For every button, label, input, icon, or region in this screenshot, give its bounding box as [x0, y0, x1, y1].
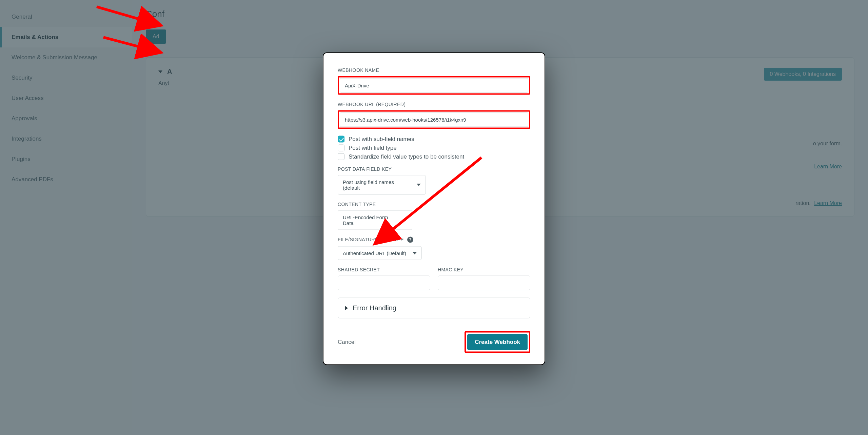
annotation-highlight-url: [338, 110, 530, 129]
content-type-label: CONTENT TYPE: [338, 202, 530, 207]
checkbox-row-fieldtype[interactable]: Post with field type: [338, 145, 530, 151]
hmac-key-label: HMAC KEY: [438, 267, 530, 272]
webhook-name-input[interactable]: [340, 78, 528, 93]
post-data-field-key-select[interactable]: Post using field names (default: [338, 175, 426, 195]
checkbox-icon: [338, 145, 344, 151]
checkbox-icon: [338, 136, 344, 143]
annotation-highlight-name: [338, 76, 530, 95]
checkbox-row-standardize[interactable]: Standardize field value types to be cons…: [338, 153, 530, 160]
checkbox-label: Standardize field value types to be cons…: [349, 153, 464, 160]
annotation-highlight-create: Create Webhook: [465, 331, 530, 353]
select-value: URL-Encoded Form Data: [343, 214, 388, 226]
post-data-field-key-label: POST DATA FIELD KEY: [338, 166, 530, 172]
chevron-right-icon: [345, 306, 348, 310]
webhook-url-label: WEBHOOK URL (REQUIRED): [338, 102, 530, 107]
hmac-key-field: HMAC KEY: [438, 267, 530, 290]
shared-secret-field: SHARED SECRET: [338, 267, 430, 290]
select-value: Post using field names (default: [343, 179, 394, 191]
checkbox-icon: [338, 153, 344, 160]
webhook-name-field: WEBHOOK NAME: [338, 67, 530, 95]
create-webhook-button[interactable]: Create Webhook: [467, 334, 528, 350]
modal-footer: Cancel Create Webhook: [338, 331, 530, 353]
shared-secret-label: SHARED SECRET: [338, 267, 430, 272]
cancel-button[interactable]: Cancel: [338, 339, 356, 346]
file-signature-url-type-select[interactable]: Authenticated URL (Default): [338, 246, 422, 260]
webhook-url-field: WEBHOOK URL (REQUIRED): [338, 102, 530, 129]
label-text: FILE/SIGNATURE URL TYPE: [338, 237, 404, 242]
checkbox-label: Post with sub-field names: [349, 136, 414, 143]
help-icon[interactable]: ?: [407, 237, 413, 243]
webhook-url-input[interactable]: [340, 112, 528, 127]
hmac-key-input[interactable]: [438, 276, 530, 290]
collapse-title: Error Handling: [353, 304, 396, 312]
file-signature-url-type-label: FILE/SIGNATURE URL TYPE ?: [338, 237, 530, 243]
error-handling-collapse[interactable]: Error Handling: [338, 298, 530, 318]
create-webhook-modal: WEBHOOK NAME WEBHOOK URL (REQUIRED) Post…: [323, 53, 545, 365]
content-type-field: CONTENT TYPE URL-Encoded Form Data: [338, 202, 530, 230]
file-signature-url-type-field: FILE/SIGNATURE URL TYPE ? Authenticated …: [338, 237, 530, 260]
chevron-down-icon: [403, 219, 407, 221]
chevron-down-icon: [417, 184, 421, 186]
content-type-select[interactable]: URL-Encoded Form Data: [338, 210, 412, 230]
checkbox-row-subfield[interactable]: Post with sub-field names: [338, 136, 530, 143]
select-value: Authenticated URL (Default): [343, 250, 406, 256]
chevron-down-icon: [413, 252, 417, 254]
checkbox-label: Post with field type: [349, 145, 397, 151]
shared-secret-input[interactable]: [338, 276, 430, 290]
post-data-field-key-field: POST DATA FIELD KEY Post using field nam…: [338, 166, 530, 195]
webhook-name-label: WEBHOOK NAME: [338, 67, 530, 73]
